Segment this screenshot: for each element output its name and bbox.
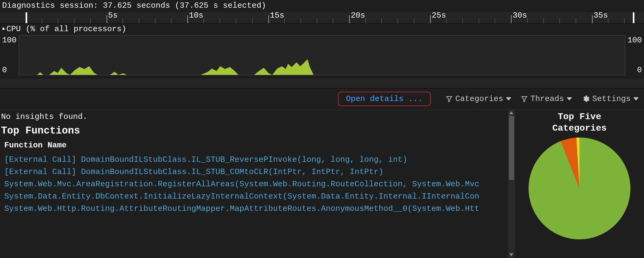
open-details-link[interactable]: Open details ... [338,92,431,106]
ruler-tick [576,18,576,23]
threads-label: Threads [530,94,564,103]
chevron-down-icon [506,97,511,100]
cpu-header-label: CPU (% of all processors) [6,25,126,34]
function-row[interactable]: System.Data.Entity.DbContext.InitializeL… [1,190,508,203]
settings-dropdown[interactable]: Settings [582,94,639,103]
categories-label: Categories [455,94,503,103]
ruler-tick [381,18,382,23]
ruler-tick [527,18,528,23]
ruler-tick [560,18,560,23]
ruler-tick [204,18,204,23]
ruler-label: 30s [513,11,527,20]
left-pane: No insights found. Top Functions Functio… [0,110,515,258]
ruler-label: 10s [189,11,203,20]
categories-dropdown[interactable]: Categories [446,94,511,103]
ruler-tick [624,18,625,23]
selection-end-marker[interactable] [633,12,634,23]
chevron-down-icon [567,97,572,100]
ruler-tick [479,18,479,23]
function-row[interactable]: System.Web.Mvc.AreaRegistration.Register… [1,178,508,190]
gear-icon [582,95,590,103]
ruler-tick [495,18,495,23]
function-row[interactable]: System.Web.Http.Routing.AttributeRouting… [1,203,508,215]
insights-text: No insights found. [1,111,515,124]
ruler-tick [139,18,139,23]
main-content: No insights found. Top Functions Functio… [0,109,644,258]
ruler-tick [236,18,236,23]
pie-chart[interactable] [528,136,631,240]
ruler-tick [90,18,91,23]
ruler-tick [171,18,171,23]
ruler-tick [592,15,593,23]
ruler-tick [317,18,317,23]
divider [0,78,644,88]
ruler-tick [446,18,446,23]
ruler-tick [74,18,74,23]
ruler-tick [123,18,123,23]
ruler-tick [107,15,107,23]
axis-max: 100 [2,36,17,45]
selection-start-marker[interactable] [26,12,27,23]
ruler-tick [268,15,269,23]
pie-svg [528,136,631,240]
ruler-tick [155,18,155,23]
ruler-tick [252,18,252,23]
axis-min: 0 [627,66,642,75]
ruler-tick [333,18,333,23]
filter-icon [521,95,528,103]
settings-label: Settings [592,94,631,103]
collapse-icon [1,27,5,31]
cpu-plot-area[interactable] [19,35,625,75]
column-header-function-name[interactable]: Function Name [1,141,515,154]
ruler-tick [544,18,544,23]
scroll-down-icon[interactable] [509,253,513,256]
timeline-ruler[interactable]: 5s10s15s20s25s30s35s [0,12,644,23]
function-row[interactable]: [External Call] DomainBoundILStubClass.I… [1,154,508,166]
cpu-graph: 100 0 100 0 [0,35,644,78]
axis-min: 0 [2,66,17,75]
toolbar: Open details ... Categories Threads Sett… [0,88,644,109]
axis-max: 100 [627,36,642,45]
ruler-tick [58,18,58,23]
ruler-tick [220,18,220,23]
ruler-label: 15s [270,11,284,20]
ruler-tick [349,15,350,23]
cpu-usage-area [19,35,625,75]
vertical-scrollbar[interactable] [508,110,515,258]
chevron-down-icon [633,97,639,100]
ruler-tick [187,15,188,23]
session-title: Diagnostics session: 37.625 seconds (37.… [0,0,644,12]
ruler-label: 20s [351,11,365,20]
cpu-section-header[interactable]: CPU (% of all processors) [0,23,644,35]
ruler-tick [301,18,301,23]
ruler-tick [462,18,463,23]
pie-chart-title: Top Five Categories [552,111,607,134]
ruler-label: 35s [594,11,608,20]
scroll-up-icon[interactable] [509,111,513,114]
cpu-axis-right: 100 0 [627,35,642,75]
top-functions-title: Top Functions [1,124,515,141]
function-row[interactable]: [External Call] DomainBoundILStubClass.I… [1,166,508,178]
filter-icon [446,95,453,103]
ruler-tick [430,15,431,23]
ruler-tick [365,18,366,23]
ruler-tick [398,18,398,23]
ruler-label: 5s [108,11,118,20]
threads-dropdown[interactable]: Threads [521,94,572,103]
right-pane: Top Five Categories [515,110,644,258]
cpu-axis-left: 100 0 [2,35,17,75]
ruler-tick [284,18,285,23]
ruler-tick [511,15,512,23]
ruler-label: 25s [432,11,446,20]
ruler-tick [414,18,414,23]
scrollbar-thumb[interactable] [509,116,514,180]
ruler-tick [42,18,42,23]
pie-title-line1: Top Five [558,112,601,122]
ruler-tick [608,18,608,23]
pie-title-line2: Categories [552,123,607,133]
